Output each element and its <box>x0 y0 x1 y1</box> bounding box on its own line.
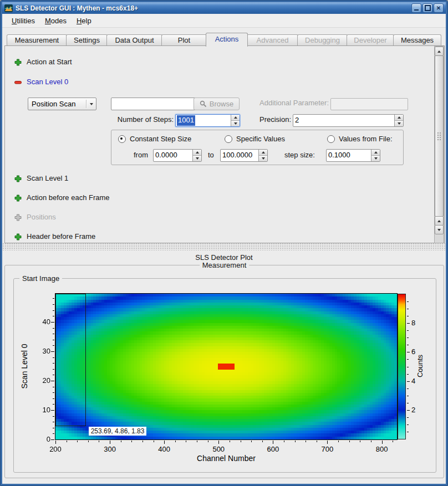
arrow-up-icon <box>437 50 441 53</box>
scan-level-0-row[interactable]: Scan Level 0 <box>14 78 68 86</box>
expand-plus-icon-disabled <box>14 214 22 221</box>
step-options-group: Constant Step Size Specific Values Value… <box>111 130 404 165</box>
step-size-value: 0.1000 <box>327 150 371 161</box>
radio-constant-step-size[interactable]: Constant Step Size <box>118 135 191 144</box>
spin-up-button[interactable] <box>371 150 380 156</box>
scan-level-1-label: Scan Level 1 <box>27 174 68 183</box>
spin-down-button[interactable] <box>231 121 240 126</box>
radio-icon <box>225 135 232 143</box>
collapse-minus-icon[interactable] <box>14 79 22 86</box>
scroll-down-button[interactable] <box>435 225 444 234</box>
measurement-group-title: Measurement <box>200 261 249 270</box>
number-of-steps-label: Number of Steps: <box>88 115 174 124</box>
browse-icon <box>200 100 207 108</box>
header-before-frame-label: Header before Frame <box>27 232 95 241</box>
tab-developer: Developer <box>347 34 394 46</box>
expand-plus-icon[interactable] <box>14 195 22 202</box>
precision-label: Precision: <box>259 115 291 124</box>
to-label: to <box>208 151 214 160</box>
expand-plus-icon[interactable] <box>14 233 22 241</box>
menubar: Utilities Modes Help <box>2 14 446 28</box>
actions-scroll-area[interactable]: Action at Start Scan Level 0 Position Sc… <box>5 46 434 242</box>
step-size-spinbox[interactable]: 0.1000 <box>326 149 380 162</box>
number-of-steps-spinbox[interactable]: 1001 <box>175 114 240 127</box>
spin-up-button[interactable] <box>395 115 403 121</box>
action-at-start-row[interactable]: Action at Start <box>14 58 72 66</box>
start-image-group-title: Start Image <box>19 274 62 283</box>
tab-messages[interactable]: Messages <box>393 34 441 46</box>
menu-help[interactable]: Help <box>72 15 96 27</box>
additional-parameter-input <box>330 98 408 110</box>
precision-value: 2 <box>293 115 394 126</box>
tab-advanced: Advanced <box>247 34 298 46</box>
maximize-icon <box>425 5 431 11</box>
scan-mode-value: Position Scan <box>28 100 86 108</box>
scan-script-input[interactable] <box>111 98 197 110</box>
radio-constant-label: Constant Step Size <box>130 135 191 144</box>
window-title: SLS Detector GUI : Mythen - mcs6x18+ <box>16 4 411 12</box>
from-label: from <box>134 151 148 160</box>
header-before-frame-row[interactable]: Header before Frame <box>14 232 95 241</box>
spin-up-button[interactable] <box>259 150 267 156</box>
spin-up-button[interactable] <box>231 115 240 121</box>
precision-spinbox[interactable]: 2 <box>293 114 404 127</box>
spin-up-button[interactable] <box>193 150 201 156</box>
spin-down-button[interactable] <box>193 156 201 161</box>
tab-actions[interactable]: Actions <box>206 33 248 47</box>
scan-mode-select[interactable]: Position Scan <box>28 98 96 110</box>
tab-debugging: Debugging <box>297 34 348 46</box>
scroll-up-button-2[interactable] <box>435 216 444 226</box>
action-at-start-label: Action at Start <box>27 58 72 66</box>
additional-parameter-label: Additional Parameter: <box>259 99 329 108</box>
spin-down-button[interactable] <box>371 156 380 161</box>
radio-icon <box>327 135 335 143</box>
browse-button-label: Browse <box>210 100 233 108</box>
positions-label: Positions <box>27 213 56 222</box>
close-button[interactable]: ✕ <box>434 3 444 13</box>
minimize-button[interactable] <box>411 3 421 13</box>
radio-specific-label: Specific Values <box>236 135 285 144</box>
splitter-handle[interactable] <box>2 243 446 250</box>
to-value: 100.0000 <box>221 150 258 161</box>
radio-file-label: Values from File: <box>339 135 393 144</box>
radio-specific-values[interactable]: Specific Values <box>225 135 285 144</box>
action-before-frame-label: Action before each Frame <box>27 193 110 202</box>
arrow-up-icon <box>437 220 441 222</box>
tab-settings[interactable]: Settings <box>66 34 108 46</box>
window-controls: ✕ <box>411 3 444 13</box>
vertical-scrollbar[interactable] <box>434 46 444 243</box>
to-spinbox[interactable]: 100.0000 <box>220 149 268 162</box>
browse-button: Browse <box>194 98 240 110</box>
step-size-label: step size: <box>284 151 315 160</box>
plot-dock-title: SLS Detector Plot <box>195 253 252 262</box>
scan-level-1-row[interactable]: Scan Level 1 <box>14 174 68 183</box>
start-image-group: Start Image <box>13 278 436 473</box>
menu-modes[interactable]: Modes <box>40 15 72 27</box>
app-window: SLS Detector GUI : Mythen - mcs6x18+ ✕ U… <box>0 0 448 486</box>
number-of-steps-value: 1001 <box>177 115 195 126</box>
window-titlebar[interactable]: SLS Detector GUI : Mythen - mcs6x18+ ✕ <box>2 2 446 14</box>
positions-row: Positions <box>14 213 56 222</box>
app-icon <box>4 4 13 12</box>
radio-checked-icon <box>118 135 126 143</box>
action-before-frame-row[interactable]: Action before each Frame <box>14 193 110 202</box>
scrollbar-thumb[interactable] <box>435 55 444 217</box>
maximize-button[interactable] <box>422 3 432 13</box>
radio-values-from-file[interactable]: Values from File: <box>327 135 393 144</box>
tab-plot[interactable]: Plot <box>161 34 207 46</box>
spin-down-button[interactable] <box>259 156 267 161</box>
from-spinbox[interactable]: 0.0000 <box>153 149 202 162</box>
chevron-down-icon[interactable] <box>86 103 96 105</box>
tab-measurement[interactable]: Measurement <box>7 34 67 46</box>
menu-utilities[interactable]: Utilities <box>7 15 40 27</box>
scan-level-0-label: Scan Level 0 <box>27 78 68 86</box>
spin-down-button[interactable] <box>395 121 403 126</box>
minimize-icon <box>414 9 419 11</box>
spin-buttons <box>394 115 403 126</box>
scroll-up-button[interactable] <box>435 47 444 56</box>
tab-data-output[interactable]: Data Output <box>106 34 162 46</box>
close-icon: ✕ <box>436 6 441 11</box>
arrow-down-icon <box>437 229 441 231</box>
expand-plus-icon[interactable] <box>14 175 22 182</box>
expand-plus-icon[interactable] <box>14 59 22 66</box>
